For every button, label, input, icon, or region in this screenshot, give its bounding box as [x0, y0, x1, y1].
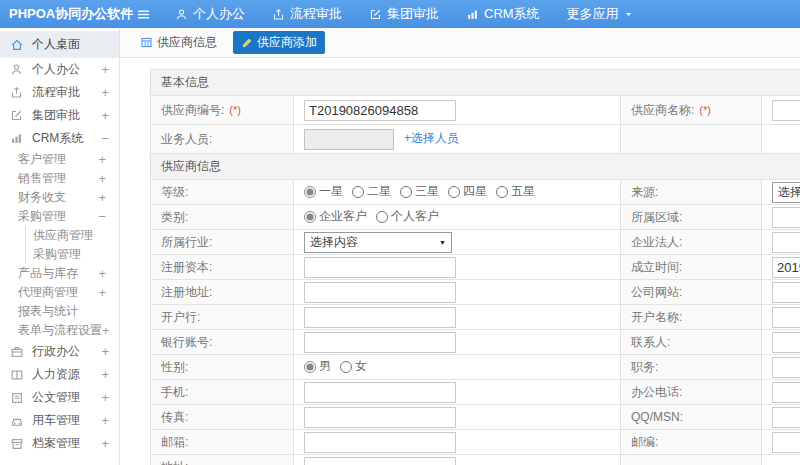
sidebar-item-purchasing-mgmt[interactable]: 采购管理	[26, 245, 119, 264]
text-input[interactable]	[772, 432, 800, 453]
select-input[interactable]: 选择内容▼	[304, 232, 452, 253]
sidebar-item-agent-mgmt[interactable]: 代理商管理+	[0, 283, 119, 302]
text-input[interactable]	[772, 207, 800, 228]
radio-input[interactable]	[304, 361, 316, 373]
menu-icon[interactable]	[136, 7, 151, 22]
text-input[interactable]	[772, 100, 800, 121]
sidebar-item-label: 销售管理	[18, 170, 66, 187]
radio-option[interactable]: 女	[340, 358, 367, 375]
radio-option[interactable]: 四星	[448, 183, 487, 200]
sidebar-item-reports-stats[interactable]: 报表与统计	[0, 302, 119, 321]
text-input[interactable]	[304, 129, 394, 150]
text-input[interactable]	[304, 257, 456, 278]
radio-option[interactable]: 三星	[400, 183, 439, 200]
sidebar-item-product-inventory[interactable]: 产品与库存+	[0, 264, 119, 283]
radio-input[interactable]	[304, 186, 316, 198]
text-input[interactable]	[772, 232, 800, 253]
radio-input[interactable]	[376, 211, 388, 223]
text-input[interactable]	[772, 307, 800, 328]
field-label-cell: 企业法人:	[621, 230, 762, 255]
expand-toggle[interactable]: +	[101, 85, 109, 100]
expand-toggle[interactable]: +	[101, 108, 109, 123]
sidebar-item-vehicle-mgmt[interactable]: 用车管理+	[0, 409, 119, 432]
radio-input[interactable]	[448, 186, 460, 198]
expand-toggle[interactable]: +	[101, 367, 109, 382]
sidebar-item-sales-mgmt[interactable]: 销售管理+	[0, 169, 119, 188]
sidebar-item-personal-office[interactable]: 个人办公+	[0, 58, 119, 81]
radio-option[interactable]: 二星	[352, 183, 391, 200]
radio-input[interactable]	[304, 211, 316, 223]
radio-input[interactable]	[496, 186, 508, 198]
expand-toggle[interactable]: −	[98, 209, 106, 224]
select-input[interactable]: 选择内容▼	[772, 182, 800, 203]
text-input[interactable]	[304, 307, 456, 328]
radio-input[interactable]	[400, 186, 412, 198]
text-input[interactable]	[304, 432, 456, 453]
text-input[interactable]	[304, 382, 456, 403]
sidebar-item-official-doc[interactable]: 公文管理+	[0, 386, 119, 409]
expand-toggle[interactable]: +	[101, 390, 109, 405]
radio-input[interactable]	[340, 361, 352, 373]
field-label-cell: 类别:	[151, 205, 294, 230]
radio-option[interactable]: 个人客户	[376, 208, 439, 225]
form-row: 注册地址:公司网站:	[151, 280, 800, 305]
choose-person-link[interactable]: +选择人员	[404, 131, 459, 145]
sidebar-item-finance-income[interactable]: 财务收支+	[0, 188, 119, 207]
expand-toggle[interactable]: +	[101, 436, 109, 451]
sidebar-item-archive-mgmt[interactable]: 档案管理+	[0, 432, 119, 455]
expand-toggle[interactable]: +	[101, 62, 109, 77]
expand-toggle[interactable]: +	[98, 190, 106, 205]
sidebar-item-admin-office[interactable]: 行政办公+	[0, 340, 119, 363]
radio-option[interactable]: 五星	[496, 183, 535, 200]
sidebar-item-form-flow-settings[interactable]: 表单与流程设置+	[0, 321, 119, 340]
topbar-item-workflow-approval[interactable]: 流程审批	[272, 5, 342, 23]
sidebar-item-customer-mgmt[interactable]: 客户管理+	[0, 150, 119, 169]
sidebar-item-workflow-approval[interactable]: 流程审批+	[0, 81, 119, 104]
expand-toggle[interactable]: −	[101, 131, 109, 146]
sidebar-item-group-approval[interactable]: 集团审批+	[0, 104, 119, 127]
field-label-cell: 业务人员:	[151, 125, 294, 154]
radio-option[interactable]: 企业客户	[304, 208, 367, 225]
expand-toggle[interactable]: +	[102, 323, 110, 338]
field-label-cell: 银行账号:	[151, 330, 294, 355]
sidebar-item-hr[interactable]: 人力资源+	[0, 363, 119, 386]
text-input[interactable]	[304, 407, 456, 428]
field-label: 性别:	[161, 360, 188, 374]
text-input[interactable]	[772, 357, 800, 378]
expand-toggle[interactable]: +	[98, 266, 106, 281]
tab-supplier-add[interactable]: 供应商添加	[233, 31, 325, 54]
text-input[interactable]	[304, 100, 456, 121]
topbar-item-crm-system[interactable]: CRM系统	[466, 5, 540, 23]
field-label: 地址:	[161, 460, 188, 465]
expand-toggle[interactable]: +	[101, 344, 109, 359]
expand-toggle[interactable]: +	[98, 152, 106, 167]
supplier-form: 基本信息供应商编号:(*)供应商名称:(*)业务人员:+选择人员供应商信息等级:…	[150, 69, 800, 465]
text-input[interactable]	[772, 282, 800, 303]
text-input[interactable]	[304, 332, 456, 353]
expand-toggle[interactable]: +	[98, 285, 106, 300]
sidebar-item-supplier-mgmt[interactable]: 供应商管理	[26, 226, 119, 245]
select-value: 选择内容	[310, 234, 358, 251]
topbar: PHPOA协同办公软件 个人办公流程审批集团审批CRM系统更多应用	[0, 0, 800, 28]
text-input[interactable]	[772, 382, 800, 403]
supplier-form-body: 基本信息供应商编号:(*)供应商名称:(*)业务人员:+选择人员供应商信息等级:…	[151, 70, 800, 465]
text-input[interactable]	[304, 457, 456, 465]
radio-option[interactable]: 一星	[304, 183, 343, 200]
tab-supplier-info[interactable]: 供应商信息	[132, 31, 225, 54]
text-input[interactable]	[304, 282, 456, 303]
expand-toggle[interactable]: +	[101, 413, 109, 428]
field-cell: 企业客户个人客户	[294, 205, 621, 230]
topbar-item-personal-office[interactable]: 个人办公	[175, 5, 245, 23]
field-label: 企业法人:	[631, 235, 682, 249]
text-input[interactable]	[772, 257, 800, 278]
text-input[interactable]	[772, 407, 800, 428]
sidebar-item-crm-system[interactable]: CRM系统−	[0, 127, 119, 150]
radio-input[interactable]	[352, 186, 364, 198]
topbar-item-more-apps[interactable]: 更多应用	[567, 5, 633, 23]
expand-toggle[interactable]: +	[98, 171, 106, 186]
radio-option[interactable]: 男	[304, 358, 331, 375]
sidebar-item-personal-desktop[interactable]: 个人桌面	[0, 31, 119, 58]
topbar-item-group-approval[interactable]: 集团审批	[369, 5, 439, 23]
sidebar-item-purchase-mgmt[interactable]: 采购管理−	[0, 207, 119, 226]
text-input[interactable]	[772, 332, 800, 353]
